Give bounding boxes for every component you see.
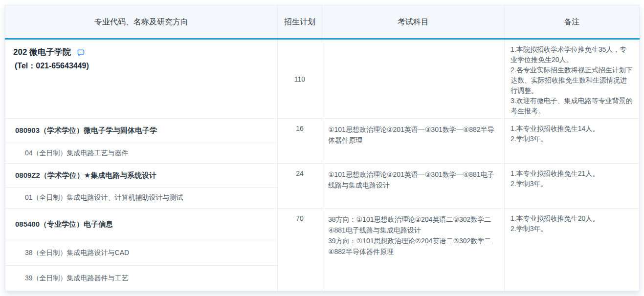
col-header-exam: 考试科目 [322, 5, 505, 39]
admissions-table: 专业代码、名称及研究方向 招生计划 考试科目 备注 202 微电子学院 [5, 5, 640, 291]
col-header-remark: 备注 [505, 5, 640, 39]
research-direction: 38（全日制）集成电路设计与CAD [5, 240, 278, 266]
remarks: 1.本专业拟招收推免生21人。 2.学制3年。 [505, 164, 640, 209]
research-direction: 04（全日制）集成电路工艺与器件 [5, 143, 278, 164]
research-direction: 01（全日制）集成电路设计、计算机辅助设计与测试 [5, 188, 278, 209]
comment-icon[interactable] [77, 48, 85, 57]
major-title: 080903（学术学位）微电子学与固体电子学 [5, 119, 278, 143]
department-row: 202 微电子学院 (Tel：021-65643449) 110 1.本院拟招收… [5, 39, 640, 119]
table-header-row: 专业代码、名称及研究方向 招生计划 考试科目 备注 [5, 5, 640, 39]
major-row: 080903（学术学位）微电子学与固体电子学 16 ①101思想政治理论②201… [5, 119, 640, 143]
major-title: 085400（专业学位）电子信息 [5, 209, 278, 240]
major-row: 085400（专业学位）电子信息 70 38方向：①101思想政治理论②204英… [5, 209, 640, 240]
major-row: 0809Z2（学术学位）★集成电路与系统设计 24 ①101思想政治理论②201… [5, 164, 640, 188]
col-header-plan: 招生计划 [278, 5, 322, 39]
enrollment-plan-value: 110 [278, 39, 322, 119]
enrollment-plan-value: 24 [278, 164, 322, 209]
exam-subjects: ①101思想政治理论②201英语一③301数学一④882半导体器件原理 [322, 119, 505, 164]
page: 专业代码、名称及研究方向 招生计划 考试科目 备注 202 微电子学院 [0, 0, 644, 296]
department-tel: (Tel：021-65643449) [13, 61, 269, 71]
major-title: 0809Z2（学术学位）★集成电路与系统设计 [5, 164, 278, 188]
department-cell: 202 微电子学院 (Tel：021-65643449) [5, 39, 278, 119]
research-direction: 39（全日制）集成电路器件与工艺 [5, 266, 278, 291]
exam-subjects: 38方向：①101思想政治理论②204英语二③302数学二④881电子线路与集成… [322, 209, 505, 291]
enrollment-plan-value: 70 [278, 209, 322, 291]
col-header-major: 专业代码、名称及研究方向 [5, 5, 278, 39]
remarks: 1.本专业拟招收推免生14人。 2.学制3年。 [505, 119, 640, 164]
exam-subjects [322, 39, 505, 119]
department-title: 202 微电子学院 [13, 46, 71, 58]
remarks: 1.本专业拟招收推免生20人。 2.学制3年。 [505, 209, 640, 291]
exam-subjects: ①101思想政治理论②201英语一③301数学一④881电子线路与集成电路设计 [322, 164, 505, 209]
enrollment-plan-value: 16 [278, 119, 322, 164]
remarks: 1.本院拟招收学术学位推免生35人，专业学位推免生20人。 2.各专业实际招生数… [505, 39, 640, 119]
